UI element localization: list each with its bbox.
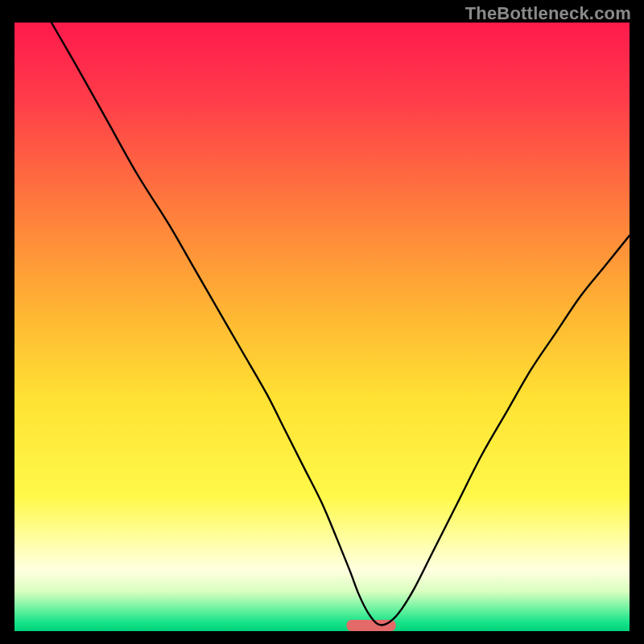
- optimal-range-marker: [347, 620, 396, 631]
- bottleneck-chart: [14, 23, 630, 631]
- gradient-background: [14, 23, 630, 631]
- watermark-text: TheBottleneck.com: [465, 3, 631, 24]
- chart-frame: [14, 23, 630, 631]
